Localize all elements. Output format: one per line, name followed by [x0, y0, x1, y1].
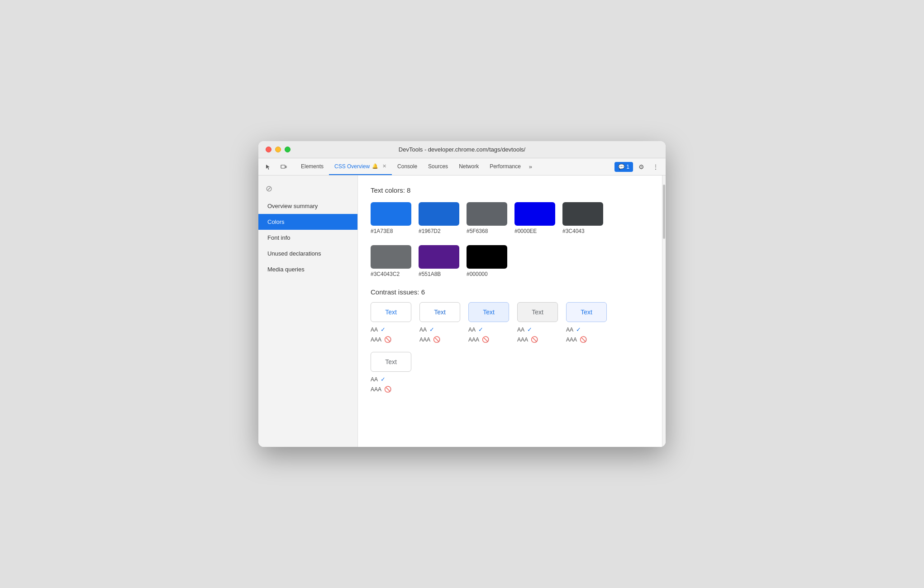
aaa-block-icon-4: 🚫 — [531, 335, 538, 345]
tab-console[interactable]: Console — [392, 158, 423, 175]
color-label-551a8b: #551A8B — [419, 271, 441, 277]
color-item-000000: #000000 — [467, 245, 507, 277]
sidebar-item-colors[interactable]: Colors — [258, 214, 357, 230]
color-swatch-1a73e8[interactable] — [371, 202, 411, 226]
color-item-3c4043c2: #3C4043C2 — [371, 245, 411, 277]
contrast-ratings-4: AA ✓ AAA 🚫 — [517, 325, 538, 345]
sidebar-item-font-info[interactable]: Font info — [258, 230, 357, 246]
aaa-block-icon-6: 🚫 — [384, 384, 391, 394]
contrast-item-1: Text AA ✓ AAA 🚫 — [371, 302, 411, 345]
contrast-ratings-1: AA ✓ AAA 🚫 — [371, 325, 391, 345]
contrast-ratings-2: AA ✓ AAA 🚫 — [419, 325, 440, 345]
contrast-box-5[interactable]: Text — [566, 302, 607, 322]
color-label-3c4043: #3C4043 — [562, 228, 585, 234]
content-area: Text colors: 8 #1A73E8 #1967D2 #5F6368 — [358, 175, 662, 447]
aaa-block-icon: 🚫 — [384, 335, 391, 345]
contrast-ratings-5: AA ✓ AAA 🚫 — [566, 325, 587, 345]
color-swatch-0000ee[interactable] — [514, 202, 555, 226]
color-item-0000ee: #0000EE — [514, 202, 555, 234]
aaa-block-icon-3: 🚫 — [482, 335, 489, 345]
close-button[interactable] — [266, 147, 271, 152]
sidebar-item-media-queries[interactable]: Media queries — [258, 261, 357, 277]
sidebar-item-unused-declarations[interactable]: Unused declarations — [258, 246, 357, 261]
scrollbar-thumb[interactable] — [663, 185, 665, 239]
contrast-item-6: Text AA ✓ AAA 🚫 — [371, 352, 411, 394]
tab-network[interactable]: Network — [453, 158, 484, 175]
contrast-item-4: Text AA ✓ AAA 🚫 — [517, 302, 558, 345]
tabs-right-actions: 💬 1 ⚙ ⋮ — [614, 158, 662, 175]
color-label-0000ee: #0000EE — [514, 228, 537, 234]
color-item-5f6368: #5F6368 — [467, 202, 507, 234]
color-swatch-3c4043[interactable] — [562, 202, 603, 226]
minimize-button[interactable] — [275, 147, 281, 152]
aa-check-icon-5: ✓ — [576, 325, 581, 335]
contrast-ratings-3: AA ✓ AAA 🚫 — [468, 325, 489, 345]
bell-icon: 🔔 — [372, 163, 378, 169]
titlebar: DevTools - developer.chrome.com/tags/dev… — [258, 141, 666, 158]
block-icon: ⊘ — [258, 179, 357, 198]
contrast-box-1[interactable]: Text — [371, 302, 411, 322]
more-options-icon[interactable]: ⋮ — [649, 161, 662, 173]
aaa-block-icon-2: 🚫 — [433, 335, 440, 345]
contrast-box-6[interactable]: Text — [371, 352, 411, 372]
color-item-1967d2: #1967D2 — [419, 202, 459, 234]
colors-grid: #1A73E8 #1967D2 #5F6368 #0000EE #3C4043 — [371, 202, 649, 234]
tab-performance[interactable]: Performance — [484, 158, 526, 175]
main-area: ⊘ Overview summary Colors Font info Unus… — [258, 175, 666, 447]
tab-elements[interactable]: Elements — [295, 158, 329, 175]
contrast-section: Contrast issues: 6 Text AA ✓ AAA — [371, 288, 649, 394]
devtools-window: DevTools - developer.chrome.com/tags/dev… — [258, 141, 666, 447]
color-label-5f6368: #5F6368 — [467, 228, 488, 234]
color-label-1a73e8: #1A73E8 — [371, 228, 393, 234]
tabsbar: Elements CSS Overview 🔔 ✕ Console Source… — [258, 158, 666, 175]
color-swatch-3c4043c2[interactable] — [371, 245, 411, 269]
contrast-box-4[interactable]: Text — [517, 302, 558, 322]
aa-check-icon-6: ✓ — [381, 375, 386, 384]
scrollbar[interactable] — [662, 175, 666, 447]
sidebar-item-overview-summary[interactable]: Overview summary — [258, 198, 357, 214]
contrast-box-3[interactable]: Text — [468, 302, 509, 322]
tab-sources[interactable]: Sources — [423, 158, 453, 175]
device-icon[interactable] — [277, 161, 290, 173]
tab-close-icon[interactable]: ✕ — [382, 163, 386, 169]
text-colors-title: Text colors: 8 — [371, 186, 649, 194]
tab-css-overview[interactable]: CSS Overview 🔔 ✕ — [329, 158, 392, 175]
colors-grid-row2: #3C4043C2 #551A8B #000000 — [371, 245, 649, 277]
contrast-item-5: Text AA ✓ AAA 🚫 — [566, 302, 607, 345]
contrast-item-2: Text AA ✓ AAA 🚫 — [419, 302, 460, 345]
toolbar-left-icons — [262, 158, 290, 175]
maximize-button[interactable] — [285, 147, 291, 152]
aa-check-icon-2: ✓ — [429, 325, 434, 335]
contrast-box-2[interactable]: Text — [419, 302, 460, 322]
color-swatch-000000[interactable] — [467, 245, 507, 269]
traffic-lights — [266, 147, 291, 152]
aaa-block-icon-5: 🚫 — [580, 335, 587, 345]
contrast-item-3: Text AA ✓ AAA 🚫 — [468, 302, 509, 345]
more-tabs-button[interactable]: » — [526, 158, 535, 175]
svg-rect-0 — [281, 165, 285, 168]
color-label-000000: #000000 — [467, 271, 488, 277]
contrast-grid-row1: Text AA ✓ AAA 🚫 — [371, 302, 649, 345]
aa-check-icon-4: ✓ — [527, 325, 532, 335]
window-title: DevTools - developer.chrome.com/tags/dev… — [399, 146, 525, 153]
color-item-3c4043: #3C4043 — [562, 202, 603, 234]
color-swatch-1967d2[interactable] — [419, 202, 459, 226]
chat-button[interactable]: 💬 1 — [614, 162, 633, 172]
aa-check-icon: ✓ — [381, 325, 386, 335]
color-label-3c4043c2: #3C4043C2 — [371, 271, 400, 277]
color-item-551a8b: #551A8B — [419, 245, 459, 277]
color-item-1a73e8: #1A73E8 — [371, 202, 411, 234]
svg-rect-1 — [286, 166, 286, 168]
contrast-grid-row2: Text AA ✓ AAA 🚫 — [371, 352, 649, 394]
settings-icon[interactable]: ⚙ — [635, 161, 648, 173]
sidebar: ⊘ Overview summary Colors Font info Unus… — [258, 175, 358, 447]
contrast-ratings-6: AA ✓ AAA 🚫 — [371, 375, 391, 394]
contrast-issues-title: Contrast issues: 6 — [371, 288, 649, 296]
color-swatch-551a8b[interactable] — [419, 245, 459, 269]
color-label-1967d2: #1967D2 — [419, 228, 441, 234]
color-swatch-5f6368[interactable] — [467, 202, 507, 226]
cursor-icon[interactable] — [262, 161, 275, 173]
aa-check-icon-3: ✓ — [478, 325, 483, 335]
